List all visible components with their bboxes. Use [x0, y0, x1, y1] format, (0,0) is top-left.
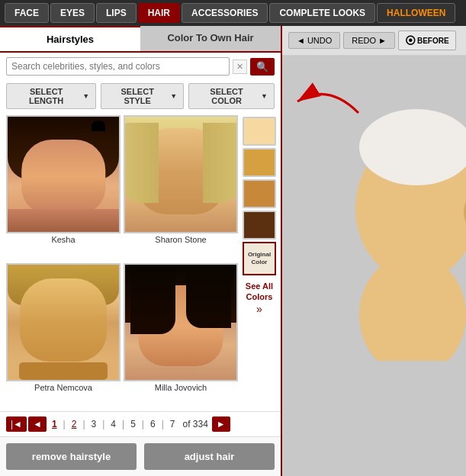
page-1[interactable]: 1: [48, 417, 61, 431]
page-sep-4: |: [121, 419, 125, 429]
top-right-controls: ◄ UNDO REDO ► ⦿ BEFORE: [282, 26, 466, 56]
page-4[interactable]: 4: [107, 417, 120, 431]
undo-label: UNDO: [307, 36, 332, 45]
page-next-button[interactable]: ►: [212, 416, 230, 432]
app-container: FACE EYES LIPS HAIR ACCESSORIES COMPLETE…: [0, 0, 466, 476]
see-all-colors-label: See All Colors: [243, 281, 276, 303]
page-7[interactable]: 7: [166, 417, 179, 431]
swatch-original[interactable]: OriginalColor: [243, 242, 276, 275]
redo-arrow-icon: ►: [378, 36, 387, 45]
redo-button[interactable]: REDO ►: [343, 32, 395, 49]
pagination-row: |◄ ◄ 1 | 2 | 3 | 4 | 5 | 6 | 7 of 334 ►: [0, 411, 281, 436]
swatch-4[interactable]: [243, 211, 276, 240]
redo-label: REDO: [352, 36, 376, 45]
nav-lips[interactable]: LIPS: [96, 3, 137, 23]
nav-accessories[interactable]: ACCESSORIES: [182, 3, 268, 23]
hair-label-petra: Petra Nemcova: [34, 383, 92, 392]
grid-area: Kesha Sharon Stone: [0, 112, 281, 411]
remove-hairstyle-button[interactable]: remove hairstyle: [6, 443, 137, 470]
swatch-3[interactable]: [243, 179, 276, 208]
before-label: BEFORE: [417, 37, 449, 45]
filter-color[interactable]: SELECT COLOR: [188, 83, 275, 109]
swatch-1[interactable]: [243, 117, 276, 146]
hairstyle-grid: Kesha Sharon Stone: [6, 115, 238, 408]
left-panel: Hairstyles Color To Own Hair ✕ 🔍 SELECT …: [0, 26, 282, 476]
hair-label-milla: Milla Jovovich: [155, 383, 207, 392]
bottom-buttons: remove hairstyle adjust hair: [0, 436, 281, 476]
hair-thumb-petra[interactable]: [6, 263, 121, 381]
nav-complete-looks[interactable]: COMPLETE LOOKS: [269, 3, 375, 23]
hair-thumb-milla[interactable]: [124, 263, 238, 381]
page-sep-5: |: [141, 419, 145, 429]
page-3[interactable]: 3: [88, 417, 101, 431]
nav-hair[interactable]: HAIR: [138, 3, 180, 23]
nav-eyes[interactable]: EYES: [50, 3, 95, 23]
page-sep-3: |: [101, 419, 105, 429]
page-first-button[interactable]: |◄: [6, 416, 27, 432]
tabs-row: Hairstyles Color To Own Hair: [0, 26, 281, 53]
original-color-label: OriginalColor: [248, 251, 271, 265]
adjust-hair-button[interactable]: adjust hair: [144, 443, 275, 470]
page-5[interactable]: 5: [127, 417, 140, 431]
hair-thumb-kesha[interactable]: [6, 115, 121, 233]
arrow-overlay: [282, 75, 466, 121]
color-swatches: OriginalColor See All Colors »: [243, 115, 276, 408]
filter-length[interactable]: SELECT LENGTH: [6, 83, 96, 109]
hair-thumb-sharon[interactable]: [124, 115, 238, 233]
hair-item-sharon[interactable]: Sharon Stone: [124, 115, 238, 260]
hair-item-kesha[interactable]: Kesha: [6, 115, 121, 260]
page-sep-1: |: [63, 419, 66, 429]
page-prev-button[interactable]: ◄: [28, 416, 47, 432]
search-row: ✕ 🔍: [0, 53, 281, 80]
undo-button[interactable]: ◄ UNDO: [288, 32, 340, 49]
right-panel: ◄ UNDO REDO ► ⦿ BEFORE: [282, 26, 466, 476]
tab-hairstyles[interactable]: Hairstyles: [0, 26, 140, 51]
swatch-2[interactable]: [243, 148, 276, 177]
filter-row: SELECT LENGTH SELECT STYLE SELECT COLOR: [0, 80, 281, 112]
hair-label-sharon: Sharon Stone: [155, 235, 206, 244]
search-input[interactable]: [6, 57, 230, 76]
hair-label-kesha: Kesha: [51, 235, 75, 244]
undo-arrow-icon: ◄: [297, 36, 305, 45]
top-nav: FACE EYES LIPS HAIR ACCESSORIES COMPLETE…: [0, 0, 466, 26]
page-of: of 334: [182, 419, 207, 429]
page-sep-2: |: [82, 419, 85, 429]
page-sep-6: |: [161, 419, 165, 429]
hair-item-milla[interactable]: Milla Jovovich: [124, 263, 238, 408]
hair-item-petra[interactable]: Petra Nemcova: [6, 263, 121, 408]
filter-style[interactable]: SELECT STYLE: [101, 83, 184, 109]
tab-color-own-hair[interactable]: Color To Own Hair: [140, 26, 281, 51]
see-all-arrow-icon: »: [256, 303, 262, 315]
main-area: Hairstyles Color To Own Hair ✕ 🔍 SELECT …: [0, 26, 466, 476]
search-go-button[interactable]: 🔍: [250, 58, 275, 76]
red-arrow-svg: [282, 75, 374, 121]
search-clear-icon[interactable]: ✕: [233, 60, 247, 74]
before-dots-icon: ⦿: [405, 34, 416, 47]
page-6[interactable]: 6: [146, 417, 159, 431]
page-2[interactable]: 2: [68, 417, 81, 431]
see-all-colors[interactable]: See All Colors »: [243, 281, 276, 315]
before-button[interactable]: ⦿ BEFORE: [398, 31, 456, 50]
nav-face[interactable]: FACE: [5, 3, 49, 23]
preview-area: [282, 56, 466, 476]
nav-halloween[interactable]: HALLOWEEN: [377, 3, 455, 23]
